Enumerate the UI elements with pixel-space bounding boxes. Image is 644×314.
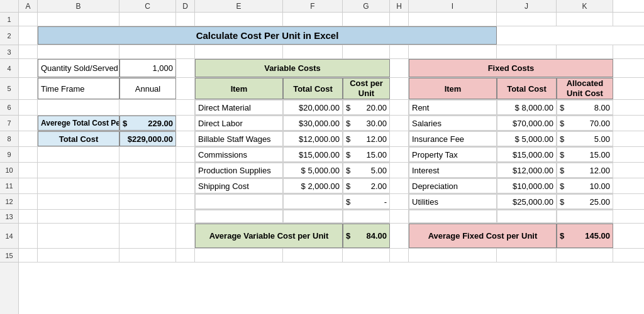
var-total-6: $ 2,000.00	[283, 178, 343, 193]
var-cpu-3-val: 12.00	[366, 134, 387, 144]
var-cpu-6-sym: $	[346, 181, 350, 191]
r9-a	[19, 147, 38, 162]
var-total-3: $12,000.00	[283, 131, 343, 146]
avg-var-val: 84.00	[366, 231, 387, 241]
r10-a	[19, 163, 38, 178]
fix-total-1: $ 8,000.00	[497, 100, 557, 115]
var-item-5: Production Supplies	[195, 163, 283, 178]
var-cpu-2: $ 30.00	[343, 116, 390, 131]
col-header-d: D	[176, 0, 195, 12]
fix-auc-7-sym: $	[560, 197, 564, 207]
row-num-8: 8	[0, 131, 18, 147]
r15-i	[409, 249, 497, 262]
avg-fix-value: $ 145.00	[557, 224, 613, 248]
r3-g	[343, 45, 390, 58]
var-cpu-5: $ 5.00	[343, 163, 390, 178]
r8-d	[176, 131, 195, 146]
r1-c	[119, 13, 176, 26]
r7-a	[19, 116, 38, 131]
avg-fix-label: Average Fixed Cost per Unit	[409, 224, 557, 248]
r4-h	[390, 59, 409, 77]
var-cpu-4-val: 15.00	[366, 150, 387, 160]
r8-h	[390, 131, 409, 146]
r14-h	[390, 224, 409, 248]
row-num-1: 1	[0, 13, 18, 26]
row-1	[19, 13, 644, 26]
var-cpu-5-sym: $	[346, 166, 350, 175]
r6-a	[19, 100, 38, 115]
row-9: Commissions $15,000.00 $ 15.00 Property …	[19, 147, 644, 163]
r10-d	[176, 163, 195, 178]
fix-total-3: $ 5,000.00	[497, 131, 557, 146]
r13-i	[409, 210, 497, 223]
corner-cell	[0, 0, 19, 12]
fix-item-6: Depreciation	[409, 178, 497, 193]
total-cost-label: Total Cost	[38, 131, 119, 146]
r4-d	[176, 59, 195, 77]
var-cpu-3-sym: $	[346, 134, 350, 144]
var-total-2: $30,000.00	[283, 116, 343, 131]
col-header-a: A	[19, 0, 38, 12]
col-header-i: I	[409, 0, 497, 12]
r9-c	[119, 147, 176, 162]
column-headers: A B C D E F G H I J K	[0, 0, 644, 13]
fix-auc-3-val: 5.00	[594, 134, 610, 144]
r13-g	[343, 210, 390, 223]
r12-c	[119, 194, 176, 209]
var-cpu-6: $ 2.00	[343, 178, 390, 193]
var-total-1: $20,000.00	[283, 100, 343, 115]
r13-c	[119, 210, 176, 223]
var-cpu-5-val: 5.00	[371, 166, 387, 175]
r1-j	[497, 13, 557, 26]
var-totalcost-header: Total Cost	[283, 78, 343, 99]
r3-i	[409, 45, 497, 58]
var-total-4: $15,000.00	[283, 147, 343, 162]
row-10: Production Supplies $ 5,000.00 $ 5.00 In…	[19, 163, 644, 178]
row-11: Shipping Cost $ 2,000.00 $ 2.00 Deprecia…	[19, 178, 644, 194]
r14-a	[19, 224, 38, 248]
r11-a	[19, 178, 38, 193]
row-numbers: 1 2 3 4 5 6 7 8 9 10 11 12 13 14 15	[0, 13, 19, 314]
r14-b	[38, 224, 119, 248]
fix-auc-5-val: 12.00	[589, 166, 610, 175]
row-4: Quantity Sold/Served 1,000 Variable Cost…	[19, 59, 644, 78]
sheet-content: Calculate Cost Per Unit in Excel	[19, 13, 644, 314]
var-total-5: $ 5,000.00	[283, 163, 343, 178]
r3-c	[119, 45, 176, 58]
var-cpu-7-sym: $	[346, 197, 350, 207]
var-item-6: Shipping Cost	[195, 178, 283, 193]
avg-val: 229.00	[148, 119, 173, 128]
time-value: Annual	[119, 78, 176, 99]
fix-auc-6: $ 10.00	[557, 178, 613, 193]
fixed-costs-header: Fixed Costs	[409, 59, 613, 77]
r6-d	[176, 100, 195, 115]
row-num-15: 15	[0, 249, 18, 263]
var-cpu-2-val: 30.00	[366, 119, 387, 128]
fix-item-3: Insurance Fee	[409, 131, 497, 146]
r5-d	[176, 78, 195, 99]
fix-auc-7: $ 25.00	[557, 194, 613, 209]
var-cpu-4: $ 15.00	[343, 147, 390, 162]
r3-k	[557, 45, 613, 58]
r3-a	[19, 45, 38, 58]
r13-e	[195, 210, 283, 223]
r12-d	[176, 194, 195, 209]
row-num-2: 2	[0, 26, 18, 45]
row-num-11: 11	[0, 178, 18, 194]
var-cpu-6-val: 2.00	[371, 181, 387, 191]
fix-item-4: Property Tax	[409, 147, 497, 162]
r15-k	[557, 249, 613, 262]
total-cost-value: $229,000.00	[119, 131, 176, 146]
r1-h	[390, 13, 409, 26]
r9-d	[176, 147, 195, 162]
row-14: Average Variable Cost per Unit $ 84.00 A…	[19, 224, 644, 249]
time-label: Time Frame	[38, 78, 119, 99]
avg-fix-val: 145.00	[585, 231, 610, 241]
r5-a	[19, 78, 38, 99]
r3-d	[176, 45, 195, 58]
col-header-e: E	[195, 0, 283, 12]
col-header-h: H	[390, 0, 409, 12]
spreadsheet-title: Calculate Cost Per Unit in Excel	[196, 30, 339, 41]
fix-total-5: $12,000.00	[497, 163, 557, 178]
col-header-b: B	[38, 0, 119, 12]
